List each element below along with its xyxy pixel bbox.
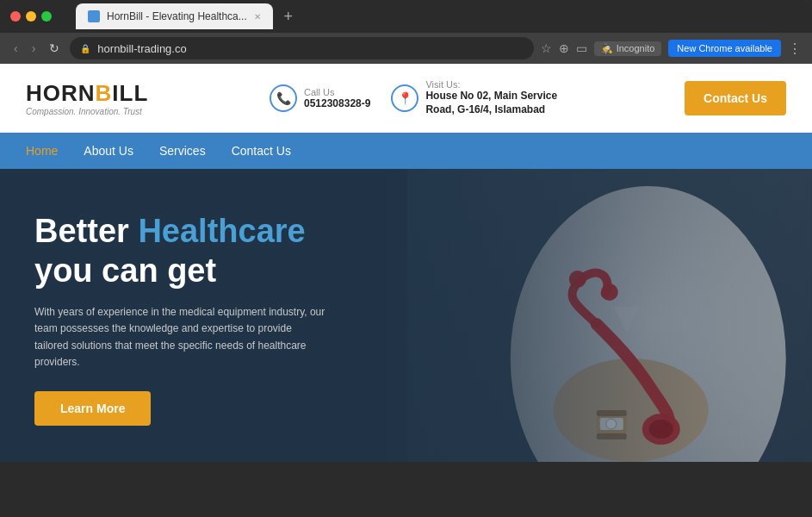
new-chrome-button[interactable]: New Chrome available xyxy=(668,40,781,57)
tab-bar: HornBill - Elevating Healthca... ✕ + xyxy=(65,3,309,29)
visit-label: Visit Us: xyxy=(425,79,563,90)
site-nav: Home About Us Services Contact Us xyxy=(0,133,812,169)
phone-icon: 📞 xyxy=(270,84,297,112)
website-content: HORNBILL Compassion. Innovation. Trust 📞… xyxy=(0,64,812,462)
forward-button[interactable]: › xyxy=(28,38,40,59)
minimize-button[interactable] xyxy=(26,11,36,22)
location-icon: 📍 xyxy=(391,84,418,112)
more-options-icon[interactable]: ⋮ xyxy=(788,40,802,57)
browser-window: HornBill - Elevating Healthca... ✕ + ‹ ›… xyxy=(0,0,812,462)
incognito-icon: 🕵 xyxy=(601,43,613,54)
logo-ill: ILL xyxy=(112,80,148,106)
logo-text: HORNBILL xyxy=(26,80,148,107)
incognito-badge: 🕵 Incognito xyxy=(594,41,662,56)
hero-title-highlight: Healthcare xyxy=(138,213,305,249)
address-bar[interactable]: 🔒 hornbill-trading.co xyxy=(70,37,533,59)
browser-titlebar: HornBill - Elevating Healthca... ✕ + xyxy=(0,0,812,33)
tab-favicon xyxy=(88,10,100,22)
logo-tagline: Compassion. Innovation. Trust xyxy=(26,107,148,116)
hero-title: Better Healthcare you can get xyxy=(34,212,396,290)
traffic-lights xyxy=(10,11,52,22)
nav-home[interactable]: Home xyxy=(26,135,58,166)
refresh-button[interactable]: ↻ xyxy=(46,38,63,59)
hero-title-after: you can get xyxy=(34,252,216,289)
logo-horn: HORN xyxy=(26,80,96,106)
browser-actions: ☆ ⊕ ▭ 🕵 Incognito New Chrome available ⋮ xyxy=(541,40,802,57)
back-button[interactable]: ‹ xyxy=(10,38,22,59)
url-text: hornbill-trading.co xyxy=(97,42,523,55)
extensions-icon[interactable]: ⊕ xyxy=(559,41,569,55)
close-button[interactable] xyxy=(10,11,21,22)
hero-title-before: Better xyxy=(34,213,138,249)
incognito-label: Incognito xyxy=(617,43,655,53)
call-us-info: 📞 Call Us 0512308328-9 xyxy=(270,84,370,112)
call-number: 0512308328-9 xyxy=(304,97,370,109)
lock-icon: 🔒 xyxy=(80,44,90,53)
nav-about[interactable]: About Us xyxy=(84,135,133,166)
visit-address: House No 02, Main Service Road, G-16/4, … xyxy=(425,90,563,116)
hero-content: Better Healthcare you can get With years… xyxy=(0,169,431,452)
logo: HORNBILL Compassion. Innovation. Trust xyxy=(26,80,148,116)
visit-details: Visit Us: House No 02, Main Service Road… xyxy=(425,79,563,116)
tab-title: HornBill - Elevating Healthca... xyxy=(107,10,247,22)
tab-close-icon[interactable]: ✕ xyxy=(254,12,261,22)
active-tab[interactable]: HornBill - Elevating Healthca... ✕ xyxy=(76,3,273,29)
hero-description: With years of experience in the medical … xyxy=(34,304,327,371)
call-label: Call Us xyxy=(304,87,370,97)
site-header: HORNBILL Compassion. Innovation. Trust 📞… xyxy=(0,64,812,133)
learn-more-button[interactable]: Learn More xyxy=(34,391,151,426)
nav-contact[interactable]: Contact Us xyxy=(232,135,291,166)
maximize-button[interactable] xyxy=(41,11,52,22)
call-details: Call Us 0512308328-9 xyxy=(304,87,370,109)
logo-b: B xyxy=(96,80,113,106)
nav-services[interactable]: Services xyxy=(159,135,206,166)
star-icon[interactable]: ☆ xyxy=(541,41,552,55)
new-tab-button[interactable]: + xyxy=(278,6,299,27)
address-bar-row: ‹ › ↻ 🔒 hornbill-trading.co ☆ ⊕ ▭ 🕵 Inco… xyxy=(0,33,812,64)
contact-us-button[interactable]: Contact Us xyxy=(685,81,786,115)
cast-icon[interactable]: ▭ xyxy=(576,41,587,55)
hero-section: Better Healthcare you can get With years… xyxy=(0,169,812,462)
visit-us-info: 📍 Visit Us: House No 02, Main Service Ro… xyxy=(391,79,563,116)
header-contact-info: 📞 Call Us 0512308328-9 📍 Visit Us: House… xyxy=(270,79,563,116)
